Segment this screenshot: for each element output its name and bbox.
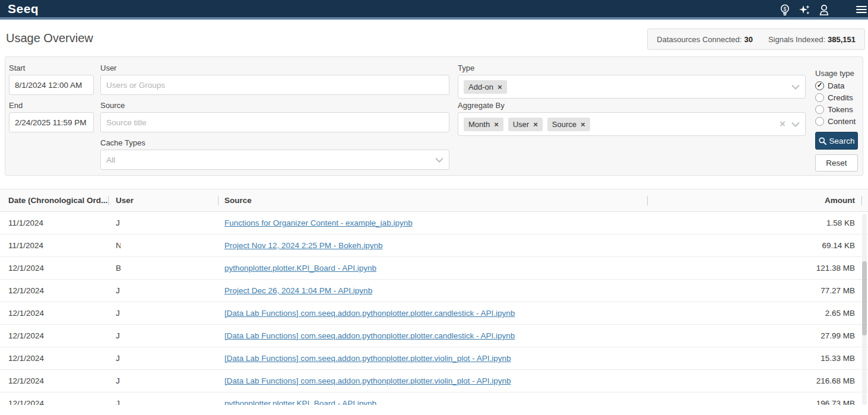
table-header: Date (Chronological Ord... User Source A… (0, 189, 868, 212)
source-link[interactable]: Functions for Organizer Content - exampl… (224, 218, 413, 227)
chevron-down-icon[interactable] (791, 84, 800, 90)
column-header-source[interactable]: Source (218, 189, 647, 211)
cache-types-select[interactable]: All (100, 150, 449, 170)
radio-button-icon[interactable] (815, 81, 824, 90)
search-icon (819, 137, 826, 145)
chevron-down-icon (791, 122, 800, 127)
clear-selection-icon[interactable]: × (780, 118, 785, 130)
remove-tag-icon[interactable]: × (494, 120, 499, 129)
aggregate-by-tags: Month×User×Source× (464, 118, 595, 131)
date-cell: 12/1/2024 (0, 280, 108, 302)
filter-tag[interactable]: Month× (464, 118, 503, 131)
source-cell: Project Dec 26, 2024 1:04 PM - API.ipynb (218, 280, 647, 302)
source-cell: pythonplotter.plotter.KPI_Board - API.ip… (218, 392, 647, 405)
column-header-amount[interactable]: Amount (647, 189, 862, 211)
user-cell: J (108, 392, 218, 405)
filter-tag[interactable]: Add-on× (464, 80, 507, 94)
remove-tag-icon[interactable]: × (498, 83, 502, 91)
radio-button-icon[interactable] (815, 117, 824, 126)
datasources-connected-stat: Datasources Connected:30 (657, 35, 753, 44)
usage-type-option[interactable]: Data (815, 80, 860, 91)
column-header-user[interactable]: User (108, 189, 218, 211)
source-link[interactable]: [Data Lab Functions] com.seeq.addon.pyth… (224, 376, 511, 385)
remove-tag-icon[interactable]: × (581, 120, 585, 129)
table-scrollbar-thumb[interactable] (862, 261, 867, 335)
source-cell: [Data Lab Functions] com.seeq.addon.pyth… (218, 347, 647, 369)
amount-cell: 121.38 MB (647, 257, 862, 279)
source-link[interactable]: [Data Lab Functions] com.seeq.addon.pyth… (224, 309, 515, 318)
ai-sparkle-icon[interactable] (797, 3, 812, 17)
usage-type-group: Usage type Data Credits Tokens Content S… (815, 69, 860, 172)
source-cell: [Data Lab Functions] com.seeq.addon.pyth… (218, 370, 647, 392)
cache-types-label: Cache Types (100, 138, 145, 147)
user-cell: J (108, 212, 218, 234)
source-link[interactable]: [Data Lab Functions] com.seeq.addon.pyth… (224, 331, 515, 340)
stat-value: 30 (744, 35, 752, 44)
usage-lightbulb-icon[interactable]: $ (778, 3, 792, 17)
filter-tag[interactable]: Source× (547, 118, 590, 131)
amount-cell: 77.27 MB (647, 280, 862, 302)
table-scrollbar-track[interactable] (862, 214, 867, 405)
page-title: Usage Overview (6, 31, 93, 45)
usage-type-option[interactable]: Content (815, 115, 860, 127)
amount-cell: 15.33 MB (647, 347, 862, 369)
table-row: 12/1/2024 J [Data Lab Functions] com.see… (0, 325, 868, 347)
user-filter-input[interactable] (100, 75, 449, 95)
date-cell: 12/1/2024 (0, 370, 108, 392)
user-cell: J (108, 370, 218, 392)
chevron-down-icon[interactable] (435, 157, 443, 163)
source-link[interactable]: Project Nov 12, 2024 2:25 PM - Bokeh.ipy… (224, 241, 382, 250)
radio-button-icon[interactable] (815, 93, 824, 102)
start-date-input[interactable] (9, 75, 94, 95)
user-label: User (100, 64, 116, 72)
table-row: 12/1/2024 J [Data Lab Functions] com.see… (0, 370, 868, 392)
date-cell: 12/1/2024 (0, 347, 108, 369)
reset-button[interactable]: Reset (815, 154, 858, 172)
type-tags: Add-on× (464, 80, 512, 94)
table-row: 11/1/2024 N Project Nov 12, 2024 2:25 PM… (0, 235, 868, 257)
stat-label: Signals Indexed: (768, 35, 825, 44)
amount-cell: 216.68 MB (647, 370, 862, 392)
clear-and-chevron: × (780, 118, 800, 130)
amount-cell: 1.58 KB (647, 212, 862, 234)
cache-types-value: All (106, 156, 115, 164)
type-label: Type (458, 64, 474, 72)
navbar-icon-group: $ (778, 3, 831, 17)
table-row: 12/1/2024 B pythonplotter.plotter.KPI_Bo… (0, 257, 868, 280)
table-row: 11/1/2024 J Functions for Organizer Cont… (0, 212, 868, 235)
filter-tag[interactable]: User× (508, 118, 543, 131)
user-cell: J (108, 302, 218, 324)
user-profile-icon[interactable] (817, 3, 831, 17)
source-cell: pythonplotter.plotter.KPI_Board - API.ip… (218, 257, 647, 279)
menu-icon[interactable] (856, 4, 867, 15)
source-link[interactable]: [Data Lab Functions] com.seeq.addon.pyth… (224, 354, 511, 363)
source-link[interactable]: pythonplotter.plotter.KPI_Board - API.ip… (224, 399, 376, 405)
end-date-input[interactable] (9, 112, 94, 132)
date-cell: 12/1/2024 (0, 392, 108, 405)
usage-type-option[interactable]: Credits (815, 91, 860, 103)
radio-button-icon[interactable] (815, 105, 824, 114)
column-header-date[interactable]: Date (Chronological Ord... (0, 189, 108, 211)
start-label: Start (9, 64, 25, 72)
aggregate-by-select[interactable]: Month×User×Source× × (458, 112, 806, 136)
source-link[interactable]: Project Dec 26, 2024 1:04 PM - API.ipynb (224, 286, 372, 295)
source-cell: [Data Lab Functions] com.seeq.addon.pyth… (218, 302, 647, 324)
seeq-logo: Seeq (8, 2, 39, 16)
date-cell: 11/1/2024 (0, 212, 108, 234)
amount-cell: 196.73 MB (647, 392, 862, 405)
source-link[interactable]: pythonplotter.plotter.KPI_Board - API.ip… (224, 264, 376, 273)
source-filter-input[interactable] (100, 112, 449, 132)
amount-cell: 2.65 MB (647, 302, 862, 324)
source-cell: [Data Lab Functions] com.seeq.addon.pyth… (218, 325, 647, 347)
source-label: Source (100, 101, 125, 110)
user-cell: J (108, 347, 218, 369)
type-select[interactable]: Add-on× (458, 75, 806, 99)
usage-type-option[interactable]: Tokens (815, 103, 860, 115)
usage-type-label: Usage type (815, 69, 860, 78)
remove-tag-icon[interactable]: × (533, 120, 538, 129)
user-cell: J (108, 325, 218, 347)
source-cell: Project Nov 12, 2024 2:25 PM - Bokeh.ipy… (218, 235, 647, 256)
user-cell: B (108, 257, 218, 279)
usage-overview-page: Seeq $ (0, 0, 868, 415)
search-button[interactable]: Search (815, 132, 858, 150)
